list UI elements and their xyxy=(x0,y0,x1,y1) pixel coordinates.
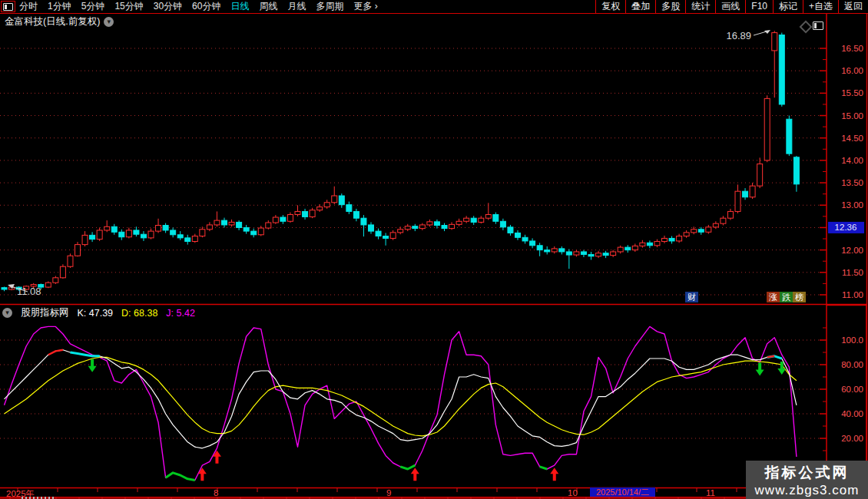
candle xyxy=(419,225,425,229)
candle xyxy=(500,221,505,227)
timeline-month-8: 8 xyxy=(214,488,218,497)
candle xyxy=(200,230,205,236)
candle xyxy=(317,207,323,210)
app-window-icon[interactable] xyxy=(1,1,15,12)
action-button-6[interactable]: 标记 xyxy=(773,0,803,13)
price-axis-label: 16.50 xyxy=(841,44,863,53)
candle xyxy=(369,225,374,231)
candle xyxy=(273,217,278,223)
candlestick-series xyxy=(2,31,799,291)
candle xyxy=(669,238,674,241)
period-tab-4[interactable]: 30分钟 xyxy=(154,0,182,13)
candle xyxy=(111,226,117,232)
candle xyxy=(280,217,286,221)
title-dropdown-icon[interactable]: ▾ xyxy=(104,17,114,27)
period-tab-3[interactable]: 15分钟 xyxy=(114,0,143,13)
candle xyxy=(596,253,601,256)
candle xyxy=(479,218,484,222)
rank-badge-char-2: 榜 xyxy=(793,292,806,302)
rank-badge-char-1: 跌 xyxy=(780,292,793,302)
main-chart-svg: 16.5016.0015.5015.0014.5014.0013.5013.00… xyxy=(0,0,868,499)
period-tab-6[interactable]: 日线 xyxy=(230,0,249,13)
candle xyxy=(229,222,234,225)
candle xyxy=(90,235,95,239)
indicator-header: ▾ 股朋指标网 K: 47.39 D: 68.38 J: 5.42 xyxy=(2,306,195,319)
candle xyxy=(390,233,396,239)
candle xyxy=(141,234,146,238)
action-button-0[interactable]: 复权 xyxy=(595,0,625,13)
period-tab-10[interactable]: 更多 › xyxy=(353,0,377,13)
candle xyxy=(287,215,293,222)
action-button-1[interactable]: 叠加 xyxy=(625,0,655,13)
period-tab-8[interactable]: 月线 xyxy=(287,0,306,13)
indicator-collapse-icon[interactable]: ▾ xyxy=(2,308,12,318)
candle xyxy=(156,226,161,232)
kdj-lines xyxy=(5,326,797,480)
finance-badge[interactable]: 财 xyxy=(685,292,698,302)
candle xyxy=(566,252,571,255)
candle xyxy=(603,253,608,256)
candle xyxy=(346,205,352,212)
indicator-name: 股朋指标网 xyxy=(21,306,69,319)
last-price-label: 12.36 xyxy=(835,223,857,232)
candle xyxy=(104,226,110,230)
candle xyxy=(559,249,565,252)
action-button-8[interactable]: 返回 xyxy=(838,0,868,13)
candle xyxy=(68,256,73,266)
candle xyxy=(60,266,65,278)
candle xyxy=(787,119,792,154)
kdj-axis-label: 20.00 xyxy=(841,434,863,443)
candle xyxy=(677,236,682,241)
candle xyxy=(530,241,535,246)
candle xyxy=(493,215,499,222)
candle xyxy=(171,230,176,235)
price-axis-label: 11.50 xyxy=(842,268,863,277)
candle xyxy=(654,242,660,246)
candle xyxy=(706,227,711,232)
candle xyxy=(75,245,81,256)
timeline-month-10: 10 xyxy=(568,488,578,497)
candle xyxy=(764,98,770,160)
period-tab-5[interactable]: 60分钟 xyxy=(192,0,220,13)
candle xyxy=(237,222,242,227)
candle xyxy=(779,35,784,104)
action-button-5[interactable]: F10 xyxy=(745,0,773,13)
action-button-2[interactable]: 多股 xyxy=(655,0,685,13)
period-tab-7[interactable]: 周线 xyxy=(259,0,277,13)
panel-window-icon[interactable] xyxy=(813,21,823,30)
rank-badge-char-0: 涨 xyxy=(767,292,780,302)
candle xyxy=(735,191,740,211)
period-menu: 分时1分钟5分钟15分钟30分钟60分钟日线周线月线多周期更多 › xyxy=(19,0,378,13)
candle xyxy=(750,186,755,197)
action-button-4[interactable]: 画线 xyxy=(715,0,745,13)
period-tab-1[interactable]: 1分钟 xyxy=(48,0,71,13)
price-axis-label: 14.00 xyxy=(841,156,863,165)
candle xyxy=(427,222,432,225)
j-green-segment xyxy=(540,467,548,469)
buy-arrow xyxy=(550,468,558,481)
candle xyxy=(727,211,733,218)
k-cyan-segment xyxy=(70,352,99,356)
candle xyxy=(574,252,579,255)
price-axis-label: 11.00 xyxy=(842,290,863,299)
rank-badge[interactable]: 涨跌榜 xyxy=(767,292,806,302)
candle xyxy=(471,218,476,222)
candle xyxy=(412,226,418,229)
k-red-segment xyxy=(767,356,775,358)
candle xyxy=(134,230,139,234)
watermark-site-url: www.zbgs3.com xyxy=(746,483,868,498)
price-axis-label: 12.00 xyxy=(841,246,863,255)
period-tab-2[interactable]: 5分钟 xyxy=(81,0,105,13)
candle xyxy=(82,235,88,244)
j-value: J: 5.42 xyxy=(166,308,195,319)
candle xyxy=(126,230,131,237)
period-tab-0[interactable]: 分时 xyxy=(19,0,38,13)
action-button-7[interactable]: +自选 xyxy=(803,0,838,13)
candle xyxy=(485,215,491,219)
price-axis-label: 15.00 xyxy=(841,111,863,121)
candle xyxy=(618,247,623,252)
candle xyxy=(207,225,212,230)
action-button-3[interactable]: 统计 xyxy=(685,0,715,13)
period-tab-9[interactable]: 多周期 xyxy=(316,0,343,13)
candle xyxy=(698,230,704,233)
